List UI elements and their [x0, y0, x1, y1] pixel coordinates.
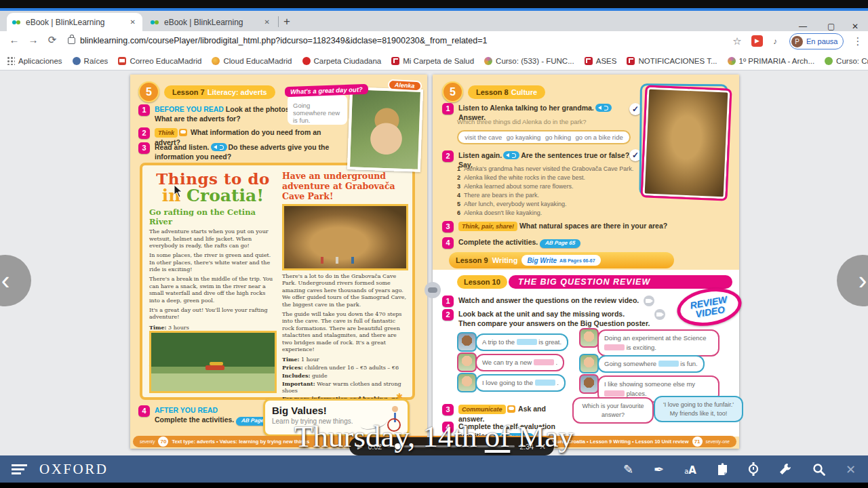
- answer-blank[interactable]: [534, 359, 554, 365]
- think-pair-share-tag: Think, pair, share!: [458, 222, 517, 231]
- option: go hiking: [545, 134, 571, 141]
- tab-close-icon[interactable]: ✕: [263, 17, 271, 27]
- marker-tool-icon[interactable]: ✒: [654, 462, 664, 476]
- page-number: 71: [692, 436, 703, 447]
- answer-blank[interactable]: [658, 361, 679, 367]
- audio-track-icon[interactable]: [595, 104, 612, 112]
- think-tag: Think: [155, 128, 178, 138]
- mouse-cursor: [174, 184, 183, 198]
- zoom-tool-icon[interactable]: [812, 463, 825, 476]
- activity-number: 2: [442, 150, 454, 162]
- bottom-black-strip: [0, 483, 868, 488]
- font-size-tool-icon[interactable]: aA: [684, 462, 696, 476]
- address-bar-url[interactable]: blinklearning.com/coursePlayer/librodigi…: [80, 36, 488, 45]
- moodle-globe-icon: [728, 57, 736, 65]
- speech-bubble-row: A trip to the is great.: [457, 332, 568, 352]
- wrench-tool-icon[interactable]: [778, 462, 792, 476]
- bookmark-crea-tu-aula[interactable]: Curso: Crea tu aula...: [825, 57, 868, 65]
- reload-icon[interactable]: ⟳: [45, 34, 60, 46]
- browser-toolbar: ← → ⟳ blinklearning.com/coursePlayer/lib…: [0, 31, 868, 52]
- tab-ebook-1[interactable]: eBook | BlinkLearning ✕: [7, 13, 142, 31]
- tab-title: eBook | BlinkLearning: [26, 18, 125, 27]
- activity-number: 1: [442, 296, 454, 307]
- kid-avatar: [457, 352, 477, 372]
- cave-tour-photo: [282, 204, 408, 270]
- tab-close-icon[interactable]: ✕: [129, 17, 137, 27]
- video-close-icon[interactable]: ✕: [539, 442, 546, 451]
- forward-icon[interactable]: →: [26, 34, 41, 45]
- video-icon[interactable]: [654, 309, 665, 320]
- bookmark-raices[interactable]: Raíces: [73, 57, 108, 65]
- kid-avatar: [457, 373, 477, 392]
- close-tool-icon[interactable]: ✕: [846, 462, 856, 476]
- video-total-time: 2:34: [520, 443, 534, 451]
- speech-bubble-row: We can try a new .: [457, 352, 564, 372]
- bookmark-carpeta-ciudadana[interactable]: Carpeta Ciudadana: [302, 57, 382, 65]
- back-icon[interactable]: ←: [7, 34, 22, 45]
- ab-page-badge[interactable]: AB Page 65: [540, 239, 581, 248]
- review-video-stamp[interactable]: REVIEWVIDEO: [674, 283, 745, 331]
- big-write-badge[interactable]: Big WriteAB Pages 66-67: [521, 255, 600, 266]
- activity-number: 3: [442, 404, 454, 415]
- timer-tool-icon[interactable]: [749, 462, 758, 476]
- red-square-icon: [391, 57, 399, 65]
- bookmark-carpeta-salud[interactable]: Mi Carpeta de Salud: [391, 57, 474, 65]
- new-tab-button[interactable]: +: [283, 15, 290, 28]
- bookmark-cloud[interactable]: Cloud EducaMadrid: [212, 57, 292, 65]
- plant-icon: [825, 57, 833, 65]
- communicate-tag: Communicate: [458, 405, 506, 414]
- profile-chip[interactable]: P En pausa: [789, 33, 844, 49]
- play-icon[interactable]: ▶: [357, 443, 363, 450]
- tab-title: eBook | BlinkLearning: [164, 18, 259, 27]
- bookmark-star-icon[interactable]: ☆: [730, 35, 745, 47]
- video-control-bar: ▶ 0:02 2:34 ✕: [349, 437, 554, 455]
- bookmark-notificaciones[interactable]: NOTIFICACIONES T...: [627, 57, 717, 65]
- note-tool-icon[interactable]: [717, 463, 728, 475]
- page-number: 70: [158, 436, 168, 447]
- answer-blank[interactable]: [517, 339, 537, 345]
- video-progress-track[interactable]: [387, 445, 514, 447]
- window-close-button[interactable]: ✕: [852, 22, 859, 31]
- game-icon[interactable]: [425, 282, 441, 298]
- sentence-item: 5After lunch, everybody went kayaking.: [457, 201, 567, 207]
- book-page-right: 5 Lesson 8Culture 1 Listen to Alenka tal…: [433, 75, 739, 449]
- video-icon[interactable]: [644, 296, 654, 306]
- window-minimize-button[interactable]: —: [799, 22, 807, 31]
- question-bubble: Which is your favourite answer?: [572, 397, 654, 424]
- pencil-tool-icon[interactable]: ✎: [623, 462, 633, 476]
- kid-avatar: [579, 374, 599, 394]
- bookmark-aplicaciones[interactable]: Aplicaciones: [7, 56, 62, 65]
- audio-track-icon[interactable]: [211, 143, 227, 151]
- activity-subquestion: Which three things did Alenka do in the …: [457, 118, 587, 125]
- before-you-read-tag: BEFORE YOU READ: [155, 105, 224, 113]
- media-controls-icon[interactable]: ♪: [773, 37, 784, 46]
- sentence-item: 4There are bears in the park.: [457, 192, 539, 199]
- blinklearning-favicon: [12, 20, 22, 25]
- window-maximize-button[interactable]: ▢: [827, 22, 835, 31]
- advert-card: Things to do in Croatia! Go rafting on t…: [140, 163, 415, 400]
- bookmark-correo[interactable]: Correo EducaMadrid: [118, 57, 201, 65]
- paragraph: There's a break in the middle of the tri…: [149, 276, 277, 304]
- screencastify-extension-icon[interactable]: ▶: [751, 35, 763, 47]
- chrome-menu-icon[interactable]: ⋮: [850, 35, 865, 47]
- profile-status: En pausa: [806, 37, 837, 45]
- option: go kayaking: [507, 134, 541, 141]
- menu-list-icon[interactable]: [12, 464, 27, 474]
- alenka-name-tag: Alenka: [388, 79, 422, 92]
- tab-ebook-2[interactable]: eBook | BlinkLearning ✕: [145, 13, 277, 31]
- bookmark-ases[interactable]: ASES: [585, 57, 617, 65]
- video-progress-handle[interactable]: [395, 443, 401, 449]
- bookmark-primaria[interactable]: 1º PRIMARIA - Arch...: [728, 57, 815, 65]
- bookmark-curso-533[interactable]: Curso: (533) - FUNC...: [484, 57, 574, 65]
- answer-blank[interactable]: [535, 380, 555, 386]
- https-lock-icon[interactable]: [68, 37, 75, 44]
- oxford-logo: OXFORD: [39, 461, 108, 478]
- unicycle-doodle: [372, 406, 402, 433]
- answer-blank[interactable]: [604, 390, 625, 396]
- big-question-review-banner: THE BIG QUESTION REVIEW: [509, 275, 732, 289]
- answer-blank[interactable]: [604, 344, 625, 350]
- advert-title: Have an underground adventure at Grabova…: [282, 171, 408, 201]
- speech-bubble-icon: [179, 129, 187, 136]
- audio-track-icon[interactable]: [503, 151, 519, 159]
- option: visit the cave: [465, 134, 502, 141]
